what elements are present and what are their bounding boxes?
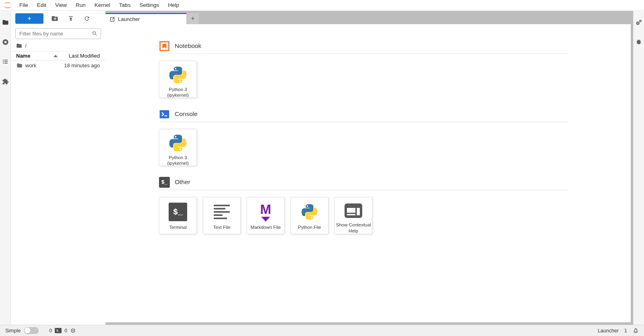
sidebar-item-table-of-contents[interactable] [0,54,11,70]
filter-files-box[interactable] [15,28,101,39]
kernel-chip-icon[interactable] [70,328,76,334]
file-browser-panel: + / Name L [11,11,105,325]
kernels-count: 0 [64,328,67,334]
file-browser-toolbar: + [11,11,105,25]
file-name: work [25,62,36,68]
column-name-label: Name [16,53,30,59]
right-activity-bar [633,11,644,325]
menu-bar: File Edit View Run Kernel Tabs Settings … [0,0,644,10]
section-other: $_ Other $_ Terminal [159,176,568,234]
card-label: Python 3 (ipykernel) [160,87,196,98]
launcher-card-notebook-python3[interactable]: Python 3 (ipykernel) [159,61,197,98]
table-of-contents-icon [2,58,8,65]
bell-icon[interactable] [633,328,639,334]
menu-kernel[interactable]: Kernel [90,0,115,10]
markdown-icon: M [260,203,271,222]
folder-icon [17,62,23,68]
launcher-card-show-contextual-help[interactable]: Show Contextual Help [334,197,372,234]
sidebar-item-property-inspector[interactable] [634,14,644,30]
python-logo-icon [168,65,188,85]
section-title: Console [175,110,198,118]
simple-mode-label: Simple [5,328,21,334]
launcher-card-terminal[interactable]: $_ Terminal [159,197,197,234]
console-icon [159,109,170,120]
upload-button[interactable] [63,13,79,24]
running-sessions-icon [2,39,9,46]
jupyter-logo-icon [0,0,15,10]
simple-mode-toggle[interactable] [24,327,39,334]
new-launcher-button[interactable]: + [15,13,43,24]
breadcrumb-path: / [25,43,27,49]
refresh-icon [84,15,90,22]
menu-edit[interactable]: Edit [33,0,51,10]
extensions-icon [2,78,9,85]
menu-tabs[interactable]: Tabs [115,0,135,10]
sidebar-item-debugger[interactable] [634,34,644,50]
filter-files-input[interactable] [19,31,92,37]
column-header-name[interactable]: Name [11,52,58,60]
new-folder-button[interactable] [47,13,63,24]
menu-help[interactable]: Help [163,0,184,10]
card-label: Python 3 (ipykernel) [160,155,196,166]
status-bar: Simple 0 $_ 0 Launcher 1 [0,325,644,336]
tab-bar: Launcher + [105,13,631,24]
folder-icon [2,19,9,26]
terminal-status-icon[interactable]: $_ [55,328,62,333]
section-console: Console Python 3 (ipykernel) [159,108,568,166]
main-dock-panel: Launcher + Notebook [105,11,633,325]
launcher-card-text-file[interactable]: Text File [203,197,241,234]
tab-launcher[interactable]: Launcher [105,13,186,24]
launcher-panel: Notebook Python 3 (ipykernel) [105,24,631,322]
bug-icon [636,39,642,45]
notebook-icon [159,41,170,52]
upload-icon [68,15,74,22]
sidebar-item-extensions[interactable] [0,73,11,89]
python-logo-icon [168,133,188,153]
section-notebook: Notebook Python 3 (ipykernel) [159,40,568,98]
menu-run[interactable]: Run [71,0,90,10]
contextual-help-icon [345,201,362,220]
launcher-card-markdown-file[interactable]: M Markdown File [247,197,285,234]
card-label: Markdown File [248,224,283,230]
card-label: Show Contextual Help [336,222,371,234]
file-last-modified: 18 minutes ago [58,62,105,68]
current-activity-label[interactable]: Launcher [598,328,619,334]
section-title: Other [175,178,190,186]
menu-file[interactable]: File [15,0,33,10]
terminal-prompt-icon: $_ [159,177,170,188]
column-header-last-modified[interactable]: Last Modified [58,53,105,59]
card-label: Terminal [160,224,196,230]
menu-view[interactable]: View [51,0,71,10]
left-activity-bar [0,11,11,325]
file-list-header: Name Last Modified [11,51,105,60]
breadcrumb[interactable]: / [11,41,105,50]
terminal-icon: $_ [169,203,187,221]
new-folder-icon [51,15,58,22]
refresh-button[interactable] [79,13,95,24]
home-folder-icon [16,43,22,49]
launcher-tab-icon [109,17,115,22]
file-row-work[interactable]: work 18 minutes ago [11,60,105,71]
search-icon [92,31,98,37]
card-label: Text File [204,224,239,230]
launcher-card-python-file[interactable]: Python File [291,197,328,234]
launcher-card-console-python3[interactable]: Python 3 (ipykernel) [159,129,197,166]
toggle-knob [25,328,31,334]
python-logo-icon [300,201,319,223]
terminals-count: 0 [49,328,52,334]
new-tab-button[interactable]: + [187,13,199,24]
sidebar-item-file-browser[interactable] [0,14,11,30]
menu-settings[interactable]: Settings [135,0,163,10]
tab-label: Launcher [118,16,140,22]
property-inspector-icon [636,19,642,26]
section-title: Notebook [175,42,201,50]
sidebar-item-running-sessions[interactable] [0,34,11,50]
sort-ascending-icon [54,55,58,57]
text-file-icon [214,205,230,219]
card-label: Python File [292,224,327,230]
notifications-count: 1 [624,328,627,334]
